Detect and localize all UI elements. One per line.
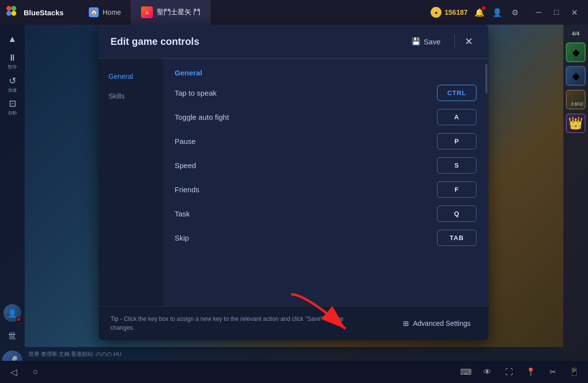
save-icon: 💾 [411, 37, 421, 46]
sidebar-speed-button[interactable]: ↺ 加速 [2, 74, 23, 95]
control-label-speed: Speed [175, 161, 196, 170]
back-icon: ▲ [8, 34, 17, 44]
auto-icon: ⊡ [9, 98, 16, 109]
key-badge-pause[interactable]: P [437, 133, 477, 149]
character-icon[interactable]: 👑 [566, 113, 586, 133]
tab-home[interactable]: 🏠 Home [79, 0, 131, 25]
svg-point-1 [11, 6, 16, 11]
nav-item-skills[interactable]: Skills [99, 86, 163, 106]
control-row-task: Task Q [175, 206, 477, 222]
bottom-action-buttons: ⌨ 👁 ⛶ 📍 ✂ 📱 [458, 364, 582, 380]
header-divider [454, 35, 455, 48]
notification-dot [482, 6, 485, 10]
key-badge-task[interactable]: Q [437, 206, 477, 222]
modal-header-actions: 💾 Save ✕ [404, 34, 477, 49]
tab-game-label: 聖鬥士星矢 鬥 [157, 8, 200, 17]
control-row-pause: Pause P [175, 133, 477, 149]
tab-home-label: Home [103, 8, 121, 16]
control-label-tap-to-speak: Tap to speak [175, 89, 217, 97]
edit-game-controls-modal: Edit game controls 💾 Save ✕ General Skil… [99, 25, 488, 340]
control-row-speed: Speed S [175, 157, 477, 174]
page-counter: 4/4 [570, 29, 581, 38]
key-badge-speed[interactable]: S [437, 157, 477, 174]
nav-skills-label: Skills [109, 92, 125, 100]
scrollbar[interactable] [485, 64, 487, 94]
skill-icon-2[interactable]: ◆ [566, 66, 586, 86]
eye-button[interactable]: 👁 [479, 364, 495, 380]
skill-icon-1[interactable]: ◆ [566, 42, 586, 62]
control-label-pause: Pause [175, 137, 196, 145]
settings-button[interactable]: ⚙ [509, 6, 521, 18]
app-logo: BlueStacks [0, 5, 79, 19]
world-button[interactable]: 世 [2, 326, 23, 347]
game-tab-icon: ⚔ [141, 6, 153, 18]
unlock-label: 未解鎖 [570, 101, 584, 107]
auto-label: 自動 [8, 110, 17, 116]
nav-item-general[interactable]: General [99, 67, 163, 86]
title-bar-right: ● 156187 🔔 👤 ⚙ ─ □ ✕ [425, 4, 588, 20]
mobile-button[interactable]: 📱 [566, 364, 582, 380]
title-bar: BlueStacks 🏠 Home ⚔ 聖鬥士星矢 鬥 ● 156187 🔔 👤… [0, 0, 588, 25]
advanced-settings-button[interactable]: ⊞ Advanced Settings [397, 316, 477, 330]
coin-amount: 156187 [444, 8, 468, 16]
keyboard-button[interactable]: ⌨ [458, 364, 474, 380]
nav-general-label: General [109, 72, 133, 80]
left-sidebar: ▲ ⏸ 暫停 ↺ 加速 ⊡ 自動 👤 世 🎤 [0, 25, 25, 383]
speed-icon: ↺ [9, 75, 16, 86]
control-row-toggle-auto-fight: Toggle auto fight A [175, 109, 477, 125]
modal-body: General Skills General Tap to speak CTRL… [99, 59, 488, 306]
home-nav-button[interactable]: ○ [28, 364, 43, 380]
world-icon: 世 [8, 331, 16, 342]
location-button[interactable]: 📍 [523, 364, 539, 380]
fullscreen-button[interactable]: ⛶ [501, 364, 517, 380]
close-icon: ✕ [465, 35, 473, 47]
pause-label: 暫停 [8, 64, 17, 70]
right-sidebar: 4/4 ◆ ◆ 未解鎖 👑 [563, 25, 588, 383]
coin-icon: ● [431, 7, 441, 18]
key-badge-tap-to-speak[interactable]: CTRL [437, 85, 477, 101]
advanced-settings-icon: ⊞ [403, 319, 409, 327]
character-portrait: 👑 [568, 116, 583, 130]
close-modal-button[interactable]: ✕ [461, 34, 477, 49]
avatar-notification-dot [16, 317, 21, 322]
tab-game[interactable]: ⚔ 聖鬥士星矢 鬥 [131, 0, 211, 25]
minimize-button[interactable]: ─ [531, 4, 547, 20]
pause-icon: ⏸ [8, 53, 17, 63]
key-badge-friends[interactable]: F [437, 181, 477, 198]
modal-header: Edit game controls 💾 Save ✕ [99, 25, 488, 59]
notifications-button[interactable]: 🔔 [474, 6, 485, 18]
key-badge-skip[interactable]: TAB [437, 230, 477, 246]
control-row-friends: Friends F [175, 181, 477, 198]
app-brand-name: BlueStacks [24, 8, 64, 17]
coin-balance: ● 156187 [431, 7, 468, 18]
skill-icon-3[interactable]: 未解鎖 [566, 90, 586, 109]
maximize-button[interactable]: □ [549, 4, 564, 20]
tip-text: Tip - Click the key box to assign a new … [110, 314, 357, 332]
user-avatar[interactable]: 👤 [3, 304, 21, 322]
key-badge-toggle-auto-fight[interactable]: A [437, 109, 477, 125]
control-label-skip: Skip [175, 234, 189, 242]
home-tab-icon: 🏠 [89, 7, 99, 17]
modal-navigation: General Skills [99, 59, 163, 306]
control-label-task: Task [175, 209, 190, 218]
sidebar-back-button[interactable]: ▲ [2, 29, 23, 49]
bottom-nav-buttons: ◁ ○ [6, 364, 43, 380]
bottom-bar: ◁ ○ ⌨ 👁 ⛶ 📍 ✂ 📱 [0, 361, 588, 383]
save-label: Save [424, 37, 441, 46]
window-controls: ─ □ ✕ [531, 4, 582, 20]
close-button[interactable]: ✕ [566, 4, 582, 20]
cut-button[interactable]: ✂ [545, 364, 560, 380]
tab-bar: 🏠 Home ⚔ 聖鬥士星矢 鬥 [79, 0, 425, 25]
svg-point-0 [6, 6, 11, 11]
back-nav-button[interactable]: ◁ [6, 364, 22, 380]
control-row-tap-to-speak: Tap to speak CTRL [175, 85, 477, 101]
save-button[interactable]: 💾 Save [404, 34, 448, 49]
account-button[interactable]: 👤 [491, 6, 503, 18]
svg-point-3 [11, 11, 16, 16]
sidebar-auto-button[interactable]: ⊡ 自動 [2, 97, 23, 117]
modal-footer: Tip - Click the key box to assign a new … [99, 306, 488, 340]
modal-title: Edit game controls [110, 36, 199, 47]
svg-point-2 [6, 11, 11, 16]
control-row-skip: Skip TAB [175, 230, 477, 246]
sidebar-pause-button[interactable]: ⏸ 暫停 [2, 51, 23, 72]
